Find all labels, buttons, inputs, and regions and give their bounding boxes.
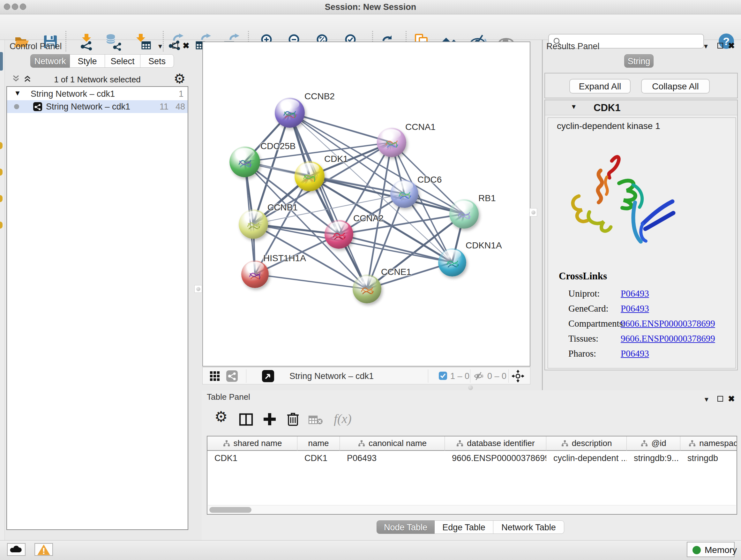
collapse-all-button[interactable]: Collapse All	[641, 79, 710, 94]
column-header-description[interactable]: description	[546, 436, 627, 451]
right-splitter-handle[interactable]	[529, 208, 537, 216]
tab-network-table[interactable]: Network Table	[493, 520, 564, 534]
node-label-rb1: RB1	[478, 193, 495, 203]
background-icon-fragment	[0, 52, 3, 71]
control-panel-close-icon[interactable]: ✖	[183, 42, 190, 49]
collection-expand-arrow-icon[interactable]: ▼	[14, 87, 21, 100]
delete-column-icon[interactable]	[286, 411, 300, 427]
tab-node-table[interactable]: Node Table	[377, 520, 434, 534]
crosslink-link[interactable]: P06493	[621, 348, 649, 359]
network-node-ccna1[interactable]	[377, 128, 406, 157]
table-panel-tabs: Node TableEdge TableNetwork Table	[377, 520, 564, 534]
network-share-view-icon[interactable]	[226, 370, 238, 382]
column-header-namespace[interactable]: namespace	[680, 436, 737, 451]
background-icon-fragment	[0, 169, 3, 176]
column-header-shared-name[interactable]: shared name	[207, 436, 297, 451]
tab-network[interactable]: Network	[30, 54, 70, 68]
node-gloss	[235, 148, 254, 159]
control-panel-gear-icon[interactable]: ⚙	[174, 71, 186, 86]
network-node-ccna2[interactable]	[325, 220, 353, 249]
results-panel-close-icon[interactable]: ✖	[728, 42, 735, 49]
control-panel-menu-icon[interactable]: ▼	[157, 43, 163, 50]
table-cell[interactable]: cyclin-dependent ...	[546, 451, 627, 465]
network-edge[interactable]	[290, 113, 392, 142]
tab-edge-table[interactable]: Edge Table	[434, 520, 493, 534]
table-settings-gear-icon[interactable]: ⚙	[214, 408, 227, 425]
network-node-ccnb2[interactable]	[275, 98, 305, 128]
results-panel-menu-icon[interactable]: ▼	[703, 43, 709, 50]
node-label-ccna1: CCNA1	[405, 122, 435, 132]
table-cell[interactable]: CDK1	[297, 451, 340, 465]
table-panel-close-icon[interactable]: ✖	[728, 395, 735, 402]
import-network-database-icon[interactable]	[105, 33, 122, 51]
network-node-cdc25b[interactable]	[229, 146, 260, 177]
network-node-rb1[interactable]	[449, 199, 479, 229]
network-type-icon	[33, 102, 42, 111]
table-horizontal-scrollbar[interactable]	[208, 505, 736, 514]
protein-card-header[interactable]: ▼ CDK1	[545, 100, 737, 115]
protein-collapse-arrow-icon[interactable]: ▼	[570, 103, 577, 111]
background-icon-fragment	[0, 142, 3, 149]
left-splitter-handle[interactable]	[194, 285, 202, 293]
pan-crosshair-icon[interactable]	[512, 370, 524, 382]
table-cell[interactable]: 9606.ENSP00000378699	[445, 451, 546, 465]
network-node-ccne1[interactable]	[353, 274, 381, 303]
tab-style[interactable]: Style	[70, 54, 105, 68]
network-edge[interactable]	[255, 274, 367, 289]
column-header-canonical-name[interactable]: canonical name	[340, 436, 445, 451]
tab-select[interactable]: Select	[105, 54, 140, 68]
memory-button[interactable]: Memory	[687, 542, 735, 557]
results-panel-float-icon[interactable]	[718, 43, 723, 49]
toolbar-separator	[65, 31, 66, 51]
table-panel-float-icon[interactable]	[718, 396, 723, 401]
network-node-hist1h1a[interactable]	[241, 260, 269, 288]
open-in-window-icon[interactable]	[262, 370, 274, 382]
warning-button[interactable]	[35, 543, 53, 556]
table-cell[interactable]: P06493	[340, 451, 445, 465]
column-header-name[interactable]: name	[297, 436, 340, 451]
node-label-cdc6: CDC6	[417, 175, 442, 185]
expand-all-button[interactable]: Expand All	[569, 79, 630, 94]
add-column-icon[interactable]	[262, 412, 277, 427]
table-cell[interactable]: CDK1	[207, 451, 297, 465]
column-header-database-identifier[interactable]: database identifier	[445, 436, 546, 451]
table-cell[interactable]: stringdb:9...	[627, 451, 680, 465]
import-network-file-icon[interactable]	[77, 33, 95, 51]
crosslink-link[interactable]: P06493	[621, 288, 649, 299]
node-gloss	[382, 129, 401, 139]
show-columns-icon[interactable]	[239, 413, 253, 427]
table-panel-menu-icon[interactable]: ▼	[703, 396, 710, 403]
main-toolbar: ?	[0, 14, 741, 40]
cloud-button[interactable]	[7, 543, 25, 556]
network-row-selected[interactable]: String Network – cdk1 11 48	[7, 100, 188, 113]
bottom-splitter-handle[interactable]	[468, 385, 473, 390]
network-edge-count: 48	[176, 100, 185, 113]
import-table-file-icon[interactable]	[134, 33, 151, 51]
control-panel-title: Control Panel	[10, 42, 62, 51]
selected-checkbox-icon[interactable]	[439, 372, 447, 380]
table-row[interactable]: CDK1CDK1P064939606.ENSP00000378699cyclin…	[207, 451, 737, 465]
results-panel-title: Results Panel	[546, 42, 600, 51]
network-collection-row[interactable]: ▼ String Network – cdk1 1	[7, 87, 188, 100]
network-node-cdc6[interactable]	[390, 180, 418, 208]
crosslink-link[interactable]: P06493	[621, 303, 649, 314]
node-label-ccna2: CCNA2	[353, 213, 384, 224]
crosslink-link[interactable]: 9606.ENSP00000378699	[621, 318, 715, 328]
network-node-ccnb1[interactable]	[239, 209, 268, 239]
network-node-cdk1[interactable]	[294, 161, 325, 191]
scrollbar-thumb[interactable]	[209, 507, 252, 513]
table-cell[interactable]: stringdb	[680, 451, 737, 465]
tab-sets[interactable]: Sets	[140, 54, 174, 68]
network-canvas[interactable]: CCNB2 CCNA1 CDC25B CDK1	[202, 42, 530, 367]
collection-count: 1	[179, 87, 184, 100]
control-panel-tabs: NetworkStyleSelectSets	[30, 54, 174, 68]
grid-view-icon[interactable]	[210, 371, 220, 381]
crosslink-link[interactable]: 9606.ENSP00000378699	[621, 333, 715, 344]
network-node-cdkn1a[interactable]	[438, 248, 466, 276]
crosslinks-title: CrossLinks	[559, 270, 607, 282]
column-header--id[interactable]: @id	[627, 436, 680, 451]
tab-string[interactable]: String	[624, 54, 654, 68]
protein-structure-image	[559, 146, 687, 261]
control-panel-float-icon[interactable]	[172, 43, 178, 49]
column-tree-icon	[561, 440, 569, 447]
